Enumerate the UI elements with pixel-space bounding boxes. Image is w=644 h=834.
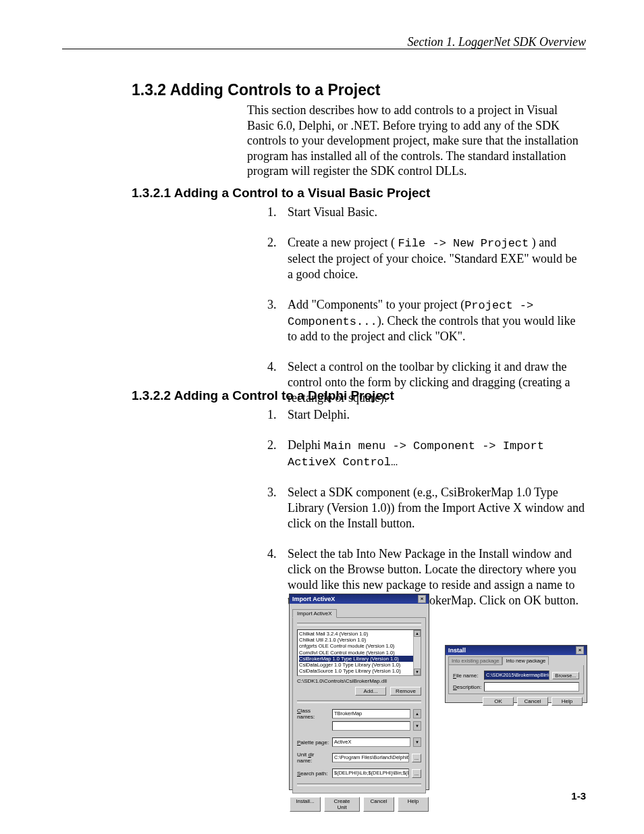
search-path-input[interactable]: $(DELPHI)\Lib;$(DELPHI)\Bin;$(DELPHI)\Im…	[332, 768, 409, 778]
dialog-panel: File name: C:\SDK2015\BrokermapBin\D Bro…	[448, 665, 584, 694]
unit-dir-browse-button[interactable]: ...	[412, 754, 421, 762]
file-name-label: File name:	[453, 673, 481, 679]
list-number: 3.	[267, 485, 288, 531]
header-rule	[62, 49, 586, 49]
help-button[interactable]: Help	[552, 697, 583, 706]
class-names-label: Class names:	[297, 708, 329, 720]
heading-1-3-2-1: 1.3.2.1 Adding a Control to a Visual Bas…	[132, 186, 430, 201]
code-run: File -> New Project	[398, 237, 529, 250]
class-names-input-2[interactable]	[332, 721, 410, 731]
page-number: 1-3	[571, 790, 586, 802]
list-item: 3. Add "Components" to your project (Pro…	[267, 297, 585, 345]
list-item: 1. Start Visual Basic.	[267, 205, 585, 220]
file-name-input[interactable]: C:\SDK2015\BrokermapBin\D	[484, 671, 549, 680]
list-item[interactable]: Chilkat Mail 3.2.4 (Version 1.0)	[299, 631, 419, 637]
list-number: 4.	[267, 546, 288, 608]
list-text: Start Delphi.	[288, 407, 585, 423]
dialog-title: Install	[448, 646, 466, 654]
unit-dir-input[interactable]: C:\Program Files\Borland\Delphi6\Imports…	[332, 753, 409, 762]
list-number: 1.	[267, 205, 288, 220]
dialog-panel: Chilkat Mail 3.2.4 (Version 1.0) Chilkat…	[292, 617, 426, 793]
remove-button[interactable]: Remove	[390, 687, 421, 696]
scrollbar[interactable]: ▲ ▼	[413, 630, 421, 675]
screenshot-import-activex-dialog: Import ActiveX × Import ActiveX Chilkat …	[289, 594, 429, 790]
install-button[interactable]: Install...	[290, 797, 321, 812]
tab-import-activex[interactable]: Import ActiveX	[292, 609, 337, 618]
close-icon[interactable]: ×	[576, 646, 584, 654]
create-unit-button[interactable]: Create Unit	[324, 797, 360, 812]
code-run: Main menu -> Component -> Import ActiveX…	[288, 440, 544, 469]
list-item[interactable]: CsiDataSource 1.0 Type Library (Version …	[299, 668, 419, 674]
list-item[interactable]: Chilkat Util 2.1.0 (Version 1.0)	[299, 637, 419, 643]
heading-1-3-2: 1.3.2 Adding Controls to a Project	[132, 81, 380, 99]
class-names-input[interactable]: TBrokerMap	[332, 709, 410, 719]
list-item: 2. Create a new project ( File -> New Pr…	[267, 235, 585, 282]
panel-divider	[297, 783, 421, 786]
list-text: Start Visual Basic.	[288, 205, 585, 220]
search-path-label: Search path:	[297, 771, 329, 777]
help-button[interactable]: Help	[398, 797, 429, 812]
list-item-selected[interactable]: CsiBrokerMap 1.0 Type Library (Version 1…	[299, 656, 419, 662]
list-number: 2.	[267, 235, 288, 282]
text-run: Delphi	[288, 438, 324, 452]
heading-1-3-2-2: 1.3.2.2 Adding a Control to a Delphi Pro…	[132, 388, 394, 403]
tab-into-existing-package[interactable]: Into existing package	[448, 656, 502, 665]
description-label: Description:	[453, 684, 481, 690]
add-button[interactable]: AAdd...dd...	[355, 687, 386, 696]
scroll-down-icon[interactable]: ▼	[414, 669, 421, 675]
page-header-section: Section 1. LoggerNet SDK Overview	[408, 35, 586, 49]
palette-page-select[interactable]: ActiveX	[332, 737, 410, 747]
list-item[interactable]: Comdlvl OLE Control module (Version 1.0)	[299, 650, 419, 656]
dialog-titlebar: Install ×	[446, 646, 587, 655]
cancel-button[interactable]: Cancel	[517, 697, 548, 706]
dropdown-icon[interactable]: ▼	[413, 737, 421, 747]
tab-strip: Import ActiveX	[290, 604, 429, 617]
intro-paragraph: This section describes how to add contro…	[247, 103, 585, 179]
scroll-up-icon[interactable]: ▲	[414, 630, 421, 637]
list-item: 2. Delphi Main menu -> Component -> Impo…	[267, 438, 585, 470]
cancel-button[interactable]: Cancel	[363, 797, 394, 812]
scroll-down-icon[interactable]: ▼	[413, 721, 421, 731]
list-item[interactable]: cnfgprts OLE Control module (Version 1.0…	[299, 643, 419, 649]
list-text: Create a new project ( File -> New Proje…	[288, 235, 585, 282]
panel-divider	[297, 700, 421, 703]
text-run: Create a new project (	[288, 236, 398, 249]
list-item[interactable]: CsiDataLogger 1.0 Type Library (Version …	[299, 662, 419, 668]
search-path-browse-button[interactable]: ...	[412, 769, 421, 778]
ok-button[interactable]: OK	[483, 697, 514, 706]
description-input[interactable]	[484, 682, 579, 692]
browse-button[interactable]: Browse...	[552, 672, 579, 679]
selected-path-label: C:\SDK1.0\Controls\CsiBrokerMap.dll	[297, 678, 421, 684]
list-item: 1. Start Delphi.	[267, 407, 585, 423]
list-number: 3.	[267, 297, 288, 345]
dialog-titlebar: Import ActiveX ×	[290, 594, 429, 604]
panel-divider	[297, 623, 421, 625]
list-number: 1.	[267, 407, 288, 423]
dialog-title: Import ActiveX	[292, 595, 335, 603]
unit-dir-label: Unit dir name:	[297, 752, 329, 764]
text-run: Add "Components" to your project (	[288, 298, 464, 311]
list-text: Delphi Main menu -> Component -> Import …	[288, 438, 585, 470]
list-number: 2.	[267, 438, 288, 470]
scroll-up-icon[interactable]: ▲	[413, 709, 421, 719]
list-item: 3. Select a SDK component (e.g., CsiBrok…	[267, 485, 585, 531]
palette-page-label: Palette page:	[297, 739, 329, 746]
delphi-steps-list: 1. Start Delphi. 2. Delphi Main menu -> …	[267, 407, 585, 623]
component-listbox[interactable]: Chilkat Mail 3.2.4 (Version 1.0) Chilkat…	[297, 629, 421, 676]
list-text: Select a SDK component (e.g., CsiBrokerM…	[288, 485, 585, 531]
list-text: Add "Components" to your project (Projec…	[288, 297, 585, 345]
close-icon[interactable]: ×	[418, 595, 426, 603]
screenshot-install-dialog: Install × Into existing package Into new…	[445, 645, 587, 703]
tab-into-new-package[interactable]: Into new package	[502, 656, 549, 665]
